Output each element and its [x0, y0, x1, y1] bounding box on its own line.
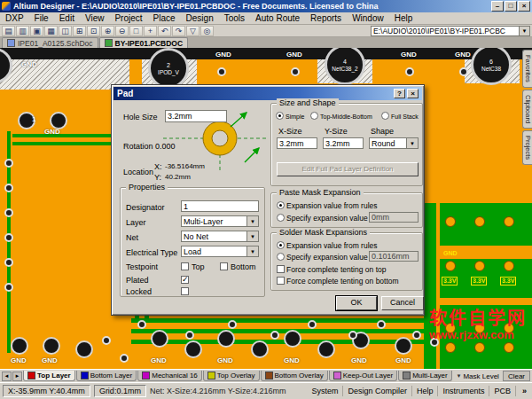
window-titlebar[interactable]: Altium Designer - E:\AUDIO\2010\IPE01\BY…: [0, 0, 532, 12]
move-icon[interactable]: +: [144, 26, 157, 36]
menu-item-auto-route[interactable]: Auto Route: [250, 12, 305, 24]
combo-dropdown-icon[interactable]: ▼: [519, 27, 529, 35]
menu-item-edit[interactable]: Edit: [54, 12, 80, 24]
designator-input[interactable]: [181, 200, 259, 212]
layer-tab-multi-layer[interactable]: Multi-Layer: [398, 371, 452, 381]
menu-item-file[interactable]: File: [29, 12, 54, 24]
layer-tab-top-overlay[interactable]: Top Overlay: [203, 371, 260, 381]
layer-tab-bottom-layer[interactable]: Bottom Layer: [76, 371, 137, 381]
selection-icon[interactable]: □: [129, 26, 143, 36]
zoom-out-icon[interactable]: ⊖: [115, 26, 129, 36]
via: [405, 67, 414, 76]
menu-item-place[interactable]: Place: [148, 12, 181, 24]
panel-button-help[interactable]: Help: [412, 386, 439, 396]
top-layer-color-swatch: [27, 372, 35, 379]
filter-icon[interactable]: ▽: [186, 26, 200, 36]
layer-tab-keep-out-layer[interactable]: Keep-Out Layer: [329, 371, 397, 381]
menu-item-window[interactable]: Window: [347, 12, 389, 24]
plated-checkbox[interactable]: [181, 276, 189, 284]
dialog-help-icon[interactable]: ?: [394, 89, 405, 98]
menu-item-tools[interactable]: Tools: [219, 12, 250, 24]
net-label: GND: [401, 51, 417, 59]
testpoint-top-checkbox[interactable]: [181, 262, 189, 270]
full-stack-label: Full Stack: [391, 113, 419, 121]
layer-scroll-right-icon[interactable]: ►: [12, 372, 22, 381]
panel-button-design-compiler[interactable]: Design Compiler: [343, 386, 412, 396]
window-title: Altium Designer - E:\AUDIO\2010\IPE01\BY…: [13, 2, 489, 11]
testpoint-top-label: Top: [192, 262, 205, 271]
x-size-input[interactable]: [277, 137, 317, 149]
layer-tab-top-layer[interactable]: Top Layer: [23, 371, 75, 381]
panel-button-system[interactable]: System: [307, 386, 343, 396]
via: [348, 331, 357, 340]
zoom-in-icon[interactable]: ⊕: [101, 26, 114, 36]
net-label: GND: [351, 356, 367, 364]
tenting-top-checkbox[interactable]: [277, 265, 285, 273]
hole-size-input[interactable]: [165, 110, 227, 122]
via: [4, 159, 13, 168]
shape-combo[interactable]: Round ▼: [369, 137, 419, 149]
paste-from-rules-radio[interactable]: [277, 201, 285, 209]
net-combo[interactable]: No Net ▼: [181, 231, 259, 242]
electrical-type-label: Electrical Type: [126, 248, 177, 257]
menu-item-reports[interactable]: Reports: [305, 12, 347, 24]
cancel-button[interactable]: Cancel: [381, 296, 424, 310]
pcb-editor-area[interactable]: 2IPOD_V4NetC38_26NetC38GNDGNDGNDGNDGND1G…: [0, 48, 532, 369]
new-document-icon[interactable]: ▤: [2, 26, 15, 36]
panel-overflow-icon[interactable]: »: [520, 387, 529, 395]
print-icon[interactable]: ▦: [44, 26, 58, 36]
paste-specify-radio[interactable]: [277, 214, 285, 222]
electrical-type-combo[interactable]: Load ▼: [181, 246, 259, 257]
dialog-close-icon[interactable]: ×: [407, 89, 419, 98]
menu-item-view[interactable]: View: [80, 12, 110, 24]
solder-expansion-input[interactable]: [369, 251, 419, 262]
redo-icon[interactable]: ↷: [172, 26, 185, 36]
layer-scroll-left-icon[interactable]: ◄: [2, 372, 12, 381]
full-stack-radio[interactable]: [381, 112, 389, 120]
menu-item-project[interactable]: Project: [109, 12, 147, 24]
solder-from-rules-radio[interactable]: [277, 241, 285, 249]
maximize-icon[interactable]: □: [505, 1, 517, 12]
layer-combo-arrow-icon[interactable]: ▼: [246, 216, 258, 226]
locked-checkbox[interactable]: [181, 287, 189, 295]
testpoint-bottom-checkbox[interactable]: [220, 262, 228, 270]
watermark: 软件自学网 www.rjzxw.com: [429, 309, 527, 342]
shape-combo-arrow-icon[interactable]: ▼: [406, 138, 418, 148]
clear-button[interactable]: Clear: [503, 371, 530, 381]
undo-icon[interactable]: ↶: [158, 26, 171, 36]
document-path-combo[interactable]: E:\AUDIO\2010\IPE01\BY-IPE01.PCBC ▼: [371, 26, 530, 36]
print-preview-icon[interactable]: ◫: [59, 26, 72, 36]
panel-tab-clipboard[interactable]: Clipboard: [522, 90, 532, 129]
zoom-area-icon[interactable]: ⊡: [87, 26, 100, 36]
electrical-type-arrow-icon[interactable]: ▼: [246, 246, 258, 256]
minimize-icon[interactable]: –: [491, 1, 504, 12]
tenting-bottom-checkbox[interactable]: [277, 277, 285, 285]
close-icon[interactable]: ×: [518, 1, 530, 12]
y-size-input[interactable]: [323, 137, 364, 149]
panel-tab-projects[interactable]: Projects: [522, 130, 532, 165]
mask-level-control[interactable]: ▼ Mask Level: [453, 372, 501, 380]
menu-item-design[interactable]: Design: [181, 12, 219, 24]
layer-tab-label: Bottom Overlay: [275, 372, 324, 379]
paste-expansion-input[interactable]: [369, 212, 419, 223]
panel-button-pcb[interactable]: PCB: [489, 386, 516, 396]
menu-item-help[interactable]: Help: [389, 12, 419, 24]
zoom-fit-icon[interactable]: ⊞: [73, 26, 86, 36]
ok-button[interactable]: OK: [336, 296, 377, 310]
open-document-icon[interactable]: ▥: [16, 26, 29, 36]
layer-tab-bottom-overlay[interactable]: Bottom Overlay: [261, 371, 328, 381]
panel-button-instruments[interactable]: Instruments: [438, 386, 489, 396]
menu-item-dxp[interactable]: DXP: [0, 12, 29, 24]
save-icon[interactable]: ▣: [30, 26, 43, 36]
net-combo-arrow-icon[interactable]: ▼: [246, 231, 258, 241]
simple-radio[interactable]: [276, 112, 284, 120]
top-middle-bottom-radio[interactable]: [310, 112, 318, 120]
layer-tab-mechanical-16[interactable]: Mechanical 16: [137, 371, 202, 381]
document-tab-by-ipe01-pcbdoc[interactable]: BY-IPE01.PCBDOC: [99, 37, 189, 48]
layer-combo[interactable]: Multi-Layer ▼: [181, 215, 259, 227]
cross-probe-icon[interactable]: ◎: [200, 26, 214, 36]
document-tab-ipe01-a0125-schdoc[interactable]: IPE01_A0125.SchDoc: [2, 37, 98, 48]
solder-specify-radio[interactable]: [277, 253, 285, 261]
panel-tab-favorites[interactable]: Favorites: [522, 50, 532, 88]
pad-dialog-titlebar[interactable]: Pad ? ×: [113, 87, 422, 100]
